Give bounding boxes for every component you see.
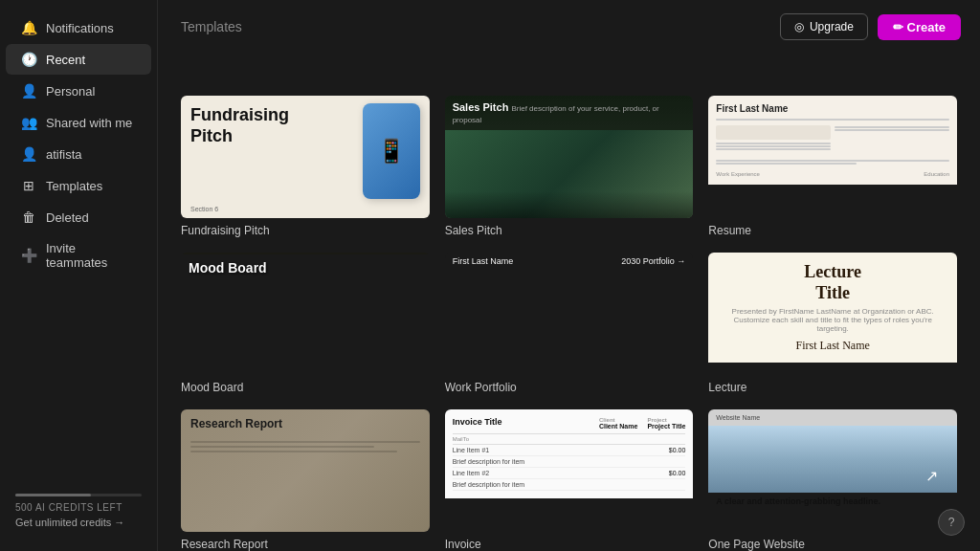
website-arrow: ↗ xyxy=(925,467,938,485)
sidebar-item-atifista[interactable]: 👤 atifista xyxy=(6,139,151,169)
lecture-layout: LectureTitle Presented by FirstName Last… xyxy=(708,253,957,363)
resume-line xyxy=(716,145,831,147)
invoice-project: ProjectProject Title xyxy=(647,417,685,430)
template-thumbnail-research-report: Research Report xyxy=(181,409,430,532)
template-label-research-report: Research Report xyxy=(181,538,430,551)
templates-icon: ⊞ xyxy=(21,178,36,193)
template-label-lecture: Lecture xyxy=(708,381,957,394)
sales-photo xyxy=(445,130,694,218)
invoice-row-label: Line Item #1 xyxy=(453,447,490,453)
credits-bar-bg xyxy=(15,494,142,496)
invoice-header: Invoice Title ClientClient Name ProjectP… xyxy=(453,417,686,430)
sidebar-item-recent[interactable]: 🕐 Recent xyxy=(6,44,151,75)
template-thumbnail-lecture: LectureTitle Presented by FirstName Last… xyxy=(708,253,957,375)
sidebar-item-notifications[interactable]: 🔔 Notifications xyxy=(6,12,151,43)
template-card-invoice[interactable]: Invoice Title ClientClient Name ProjectP… xyxy=(445,409,694,551)
template-card-mood-board[interactable]: Mood Board Mood Board xyxy=(181,253,430,394)
sidebar: 🔔 Notifications 🕐 Recent 👤 Personal 👥 Sh… xyxy=(0,0,158,551)
resume-block xyxy=(716,125,831,140)
upgrade-icon: ◎ xyxy=(794,20,804,33)
invoice-row-0: Line Item #1 $0.00 xyxy=(453,445,686,456)
resume-footer: Work Experience Education xyxy=(716,171,949,177)
template-label-invoice: Invoice xyxy=(445,538,694,551)
template-thumbnail-work-portfolio: First Last Name 2030 Portfolio → xyxy=(445,253,694,375)
sidebar-item-shared[interactable]: 👥 Shared with me xyxy=(6,107,151,138)
resume-line xyxy=(835,126,949,128)
template-thumbnail-resume: First Last Name xyxy=(708,96,957,218)
invoice-row-label: Brief description for item xyxy=(453,458,524,465)
invoice-row-label: Brief description for item xyxy=(453,481,524,488)
template-card-lecture[interactable]: LectureTitle Presented by FirstName Last… xyxy=(708,253,957,394)
sidebar-item-personal[interactable]: 👤 Personal xyxy=(6,76,151,106)
create-button[interactable]: ✏ Create xyxy=(878,14,961,40)
resume-line xyxy=(716,163,856,165)
research-line xyxy=(190,446,374,448)
template-thumbnail-invoice: Invoice Title ClientClient Name ProjectP… xyxy=(445,409,694,532)
resume-col-right xyxy=(835,125,949,151)
template-label-one-page-website: One Page Website xyxy=(708,538,957,551)
sidebar-item-label-recent: Recent xyxy=(46,53,85,67)
sidebar-item-templates[interactable]: ⊞ Templates xyxy=(6,170,151,201)
sales-inner: Sales Pitch Brief description of your se… xyxy=(445,96,694,218)
create-label: ✏ Create xyxy=(893,20,946,34)
invoice-row-2: Line Item #2 $0.00 xyxy=(453,468,686,479)
moodboard-layout: Mood Board xyxy=(181,253,430,254)
research-line xyxy=(190,451,397,452)
research-line xyxy=(190,441,420,443)
resume-line xyxy=(716,143,831,144)
personal-icon: 👤 xyxy=(21,83,36,99)
template-thumbnail-sales-pitch: Sales Pitch Brief description of your se… xyxy=(445,96,694,218)
invoice-row-label: Line Item #2 xyxy=(453,470,490,476)
invoice-title-text: Invoice Title xyxy=(453,417,502,430)
upgrade-button[interactable]: ◎ Upgrade xyxy=(780,13,868,40)
sidebar-item-label-shared: Shared with me xyxy=(46,116,132,130)
template-thumbnail-one-page-website: Website Name ↗ A clear and attention-gra… xyxy=(708,409,957,532)
resume-layout: First Last Name xyxy=(708,96,957,185)
help-button[interactable]: ? xyxy=(938,509,965,536)
sidebar-item-label-atifista: atifista xyxy=(46,147,82,162)
template-card-sales-pitch[interactable]: Sales Pitch Brief description of your se… xyxy=(445,96,694,237)
sidebar-item-label-personal: Personal xyxy=(46,84,95,99)
template-label-resume: Resume xyxy=(708,224,957,237)
lecture-sub: Presented by FirstName LastName at Organ… xyxy=(718,307,947,333)
template-card-one-page-website[interactable]: Website Name ↗ A clear and attention-gra… xyxy=(708,409,957,551)
shared-icon: 👥 xyxy=(21,115,36,130)
website-brand: Website Name xyxy=(716,414,760,421)
fundraising-sub: Section 6 xyxy=(190,206,218,212)
website-header: Website Name xyxy=(708,409,957,426)
template-thumbnail-fundraising-pitch: FundraisingPitch Section 6 xyxy=(181,96,430,218)
sidebar-item-label-deleted: Deleted xyxy=(46,210,89,225)
moodboard-title-text: Mood Board xyxy=(189,260,267,276)
template-card-work-portfolio[interactable]: First Last Name 2030 Portfolio → Work Po… xyxy=(445,253,694,394)
main-content: ◎ Upgrade ✏ Create Templates Fundraising… xyxy=(158,0,980,551)
template-thumbnail-mood-board: Mood Board xyxy=(181,253,430,375)
fundraising-title-text: FundraisingPitch xyxy=(190,105,289,146)
research-header-text: Research Report xyxy=(181,409,430,438)
portfolio-name: First Last Name xyxy=(453,256,514,266)
upgrade-label: Upgrade xyxy=(810,20,854,33)
atifista-icon: 👤 xyxy=(21,146,36,162)
template-card-fundraising-pitch[interactable]: FundraisingPitch Section 6 Fundraising P… xyxy=(181,96,430,237)
credits-bar-fill xyxy=(15,494,91,496)
portfolio-year: 2030 Portfolio → xyxy=(621,256,685,266)
recent-icon: 🕐 xyxy=(21,52,36,67)
resume-bottom xyxy=(716,159,949,165)
lecture-title-text: LectureTitle xyxy=(804,262,861,303)
template-card-research-report[interactable]: Research Report Research Report xyxy=(181,409,430,551)
template-card-resume[interactable]: First Last Name xyxy=(708,96,957,237)
unlimited-credits-link[interactable]: Get unlimited credits → xyxy=(15,517,142,528)
sidebar-item-deleted[interactable]: 🗑 Deleted xyxy=(6,202,151,232)
resume-col-left xyxy=(716,125,831,151)
top-bar: ◎ Upgrade ✏ Create xyxy=(780,13,961,40)
phone-illustration xyxy=(363,103,420,199)
resume-line xyxy=(835,129,949,131)
deleted-icon: 🗑 xyxy=(21,209,36,225)
template-label-sales-pitch: Sales Pitch xyxy=(445,224,694,237)
sidebar-item-label-invite: Invite teammates xyxy=(46,241,136,270)
sidebar-item-invite[interactable]: ➕ Invite teammates xyxy=(6,233,151,277)
sales-header: Sales Pitch Brief description of your se… xyxy=(445,96,694,130)
invoice-amount: $0.00 xyxy=(669,470,686,476)
sidebar-item-label-notifications: Notifications xyxy=(46,21,114,35)
templates-grid: FundraisingPitch Section 6 Fundraising P… xyxy=(181,48,957,551)
lecture-presenter: First Last Name xyxy=(795,339,869,353)
